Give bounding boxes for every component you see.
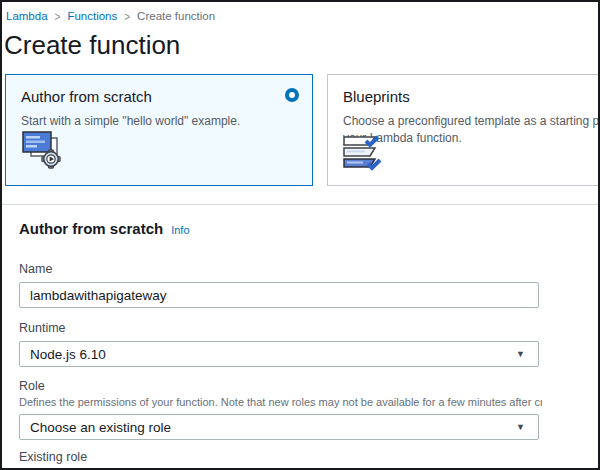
page-title: Create function — [4, 30, 598, 61]
breadcrumb-create-function: Create function — [137, 10, 215, 22]
runtime-label: Runtime — [19, 321, 542, 335]
runtime-field-group: Runtime Node.js 6.10 ▼ — [19, 321, 542, 367]
existing-role-label: Existing role — [19, 450, 542, 464]
breadcrumb: Lambda > Functions > Create function — [2, 2, 598, 22]
role-selected-value: Choose an existing role — [30, 420, 171, 435]
existing-role-field-group: Existing role You may use an existing ro… — [19, 450, 542, 470]
radio-selected-icon[interactable] — [285, 88, 299, 102]
role-label: Role — [19, 379, 542, 393]
role-select[interactable]: Choose an existing role ▼ — [19, 414, 539, 440]
create-function-page: Lambda > Functions > Create function Cre… — [0, 0, 600, 470]
name-field-group: Name — [19, 262, 542, 308]
section-divider — [2, 204, 598, 205]
name-label: Name — [19, 262, 542, 276]
creation-method-cards: Author from scratch Start with a simple … — [5, 74, 598, 186]
name-input[interactable] — [19, 282, 539, 308]
dropdown-arrow-icon: ▼ — [516, 423, 525, 432]
chevron-right-icon: > — [124, 9, 130, 22]
breadcrumb-lambda[interactable]: Lambda — [6, 10, 48, 22]
code-window-gear-icon — [20, 129, 64, 175]
card-title: Author from scratch — [21, 88, 297, 105]
chevron-right-icon: > — [55, 9, 61, 22]
info-link[interactable]: Info — [171, 224, 189, 236]
create-function-form: Name Runtime Node.js 6.10 ▼ Role Defines… — [19, 262, 542, 470]
runtime-select[interactable]: Node.js 6.10 ▼ — [19, 341, 539, 367]
blueprint-list-icon — [342, 135, 386, 175]
dropdown-arrow-icon: ▼ — [516, 350, 525, 359]
breadcrumb-functions[interactable]: Functions — [67, 10, 117, 22]
card-blueprints[interactable]: Blueprints Choose a preconfigured templa… — [327, 74, 600, 186]
role-field-group: Role Defines the permissions of your fun… — [19, 379, 542, 440]
role-description: Defines the permissions of your function… — [19, 396, 542, 408]
runtime-selected-value: Node.js 6.10 — [30, 347, 106, 362]
card-description: Start with a simple "hello world" exampl… — [21, 113, 297, 130]
section-header: Author from scratch Info — [19, 220, 598, 237]
card-title: Blueprints — [343, 88, 600, 105]
section-title: Author from scratch — [19, 220, 163, 237]
card-author-from-scratch[interactable]: Author from scratch Start with a simple … — [5, 74, 313, 186]
